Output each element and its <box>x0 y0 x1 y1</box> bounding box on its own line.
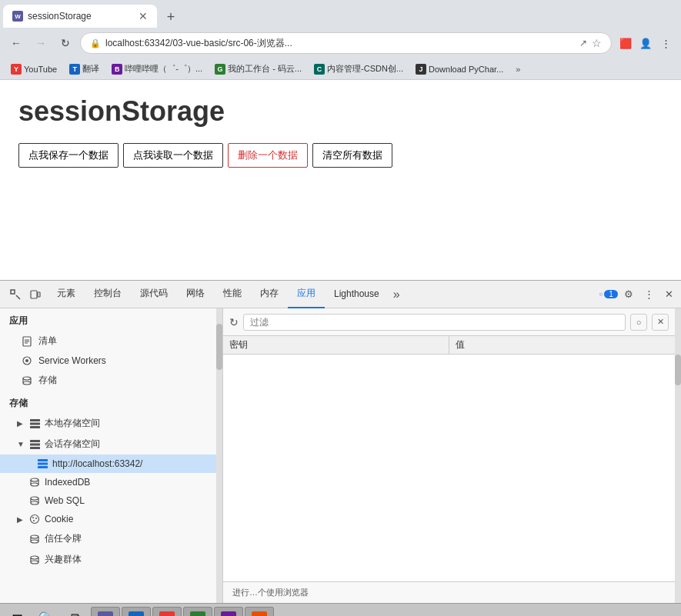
page-buttons: 点我保存一个数据 点我读取一个数据 删除一个数据 清空所有数据 <box>18 143 663 168</box>
tab-application[interactable]: 应用 <box>288 281 325 308</box>
back-button[interactable]: ← <box>6 33 26 53</box>
sidebar-item-local-storage[interactable]: ▶ 本地存储空间 <box>0 413 222 434</box>
taskbar-app-extra2[interactable]: B <box>245 607 274 617</box>
chat-icon[interactable]: 1 <box>599 285 618 304</box>
tab-elements[interactable]: 元素 <box>48 281 85 308</box>
svg-point-37 <box>31 535 38 538</box>
active-tab[interactable]: W sessionStorage ✕ <box>3 5 157 28</box>
content-scrollbar[interactable] <box>675 308 681 603</box>
tab-close-button[interactable]: ✕ <box>139 10 148 22</box>
taskbar-app-extra[interactable]: A <box>214 607 243 617</box>
task-view-icon[interactable]: ⧉ <box>62 605 89 617</box>
filter-input[interactable] <box>243 314 626 331</box>
sidebar-item-session-storage-url[interactable]: ▶ http://localhost:63342/ <box>0 455 222 473</box>
save-data-button[interactable]: 点我保存一个数据 <box>18 143 119 168</box>
sidebar-item-service-workers[interactable]: Service Workers <box>0 351 222 370</box>
tab-network[interactable]: 网络 <box>177 281 214 308</box>
windows-start-icon[interactable]: ⊞ <box>3 605 31 617</box>
bookmark-item[interactable]: C 内容管理-CSDN创... <box>309 62 408 76</box>
new-tab-button[interactable]: + <box>160 6 182 28</box>
sidebar-item-storage[interactable]: 存储 <box>0 370 222 391</box>
taskbar-app-ws[interactable]: W <box>91 607 120 617</box>
bookmark-favicon: T <box>69 64 80 75</box>
delete-data-button[interactable]: 删除一个数据 <box>228 143 308 168</box>
more-bookmarks-button[interactable]: » <box>512 63 523 75</box>
sidebar-item-web-sql[interactable]: ▶ Web SQL <box>0 491 222 510</box>
address-bar[interactable]: 🔒 localhost:63342/03-vue-basic/src-06-浏览… <box>80 32 612 54</box>
sidebar-item-session-storage[interactable]: ▼ 会话存储空间 <box>0 434 222 455</box>
devtools-right-controls: 1 ⚙ ⋮ ✕ <box>599 285 678 304</box>
svg-point-36 <box>33 520 35 521</box>
bookmark-label: Download PyChar... <box>429 65 503 74</box>
tab-memory[interactable]: 内存 <box>251 281 288 308</box>
svg-rect-2 <box>31 291 37 298</box>
tab-sources[interactable]: 源代码 <box>131 281 177 308</box>
filter-close-icon[interactable]: ✕ <box>652 314 669 331</box>
settings-icon[interactable]: ⚙ <box>619 285 638 304</box>
web-sql-label: Web SQL <box>45 495 85 506</box>
bookmark-favicon: B <box>112 64 122 75</box>
sidebar-item-cookie[interactable]: ▶ Cookie <box>0 510 222 528</box>
taskbar-app-py[interactable]: Py <box>183 607 212 617</box>
tab-console[interactable]: 控制台 <box>85 281 131 308</box>
svg-point-11 <box>25 359 28 362</box>
devtools-more-icon[interactable]: ⋮ <box>639 285 658 304</box>
more-tabs-button[interactable]: » <box>389 288 405 301</box>
page-title: sessionStorage <box>18 95 663 128</box>
devtools-tabs: 元素 控制台 源代码 网络 性能 内存 应用 Lighthouse » <box>48 281 599 308</box>
session-storage-label: 会话存储空间 <box>45 438 100 451</box>
sidebar-scrollbar[interactable] <box>216 308 222 603</box>
bookmark-star-icon[interactable]: ☆ <box>592 37 602 49</box>
menu-icon[interactable]: ⋮ <box>656 34 675 52</box>
sidebar-item-manifest[interactable]: 清单 <box>0 331 222 351</box>
filter-clear-icon[interactable]: ○ <box>630 314 647 331</box>
bookmark-favicon: J <box>416 64 426 75</box>
expand-arrow-icon: ▶ <box>17 419 25 428</box>
manifest-label: 清单 <box>38 335 57 348</box>
sidebar-item-interest-groups[interactable]: ▶ 兴趣群体 <box>0 549 222 570</box>
local-storage-icon <box>29 418 40 429</box>
svg-rect-19 <box>30 440 40 442</box>
taskbar-app-browser[interactable]: IE <box>122 607 151 617</box>
sidebar-item-indexeddb[interactable]: ▶ IndexedDB <box>0 473 222 491</box>
reload-button[interactable]: ↻ <box>55 33 75 53</box>
storage-icon <box>22 375 32 386</box>
clear-data-button[interactable]: 清空所有数据 <box>312 143 392 168</box>
bookmark-favicon: Y <box>11 64 22 75</box>
service-workers-icon <box>22 355 32 366</box>
bookmark-item[interactable]: Y YouTube <box>6 62 62 76</box>
search-icon[interactable]: 🔍 <box>32 605 60 617</box>
inspect-element-icon[interactable] <box>6 285 25 304</box>
devtools-sidebar: 应用 清单 Service Workers <box>0 308 223 603</box>
cookie-icon <box>29 514 40 524</box>
sidebar-item-trust-tokens[interactable]: ▶ 信任令牌 <box>0 528 222 549</box>
expand-arrow-icon: ▼ <box>17 440 25 448</box>
extensions-icon[interactable]: 🟥 <box>616 34 635 52</box>
session-storage-url-label: http://localhost:63342/ <box>52 458 142 469</box>
bookmark-item[interactable]: T 翻译 <box>65 62 104 76</box>
browser-chrome: W sessionStorage ✕ + ← → ↻ 🔒 localhost:6… <box>0 0 681 80</box>
tab-performance[interactable]: 性能 <box>214 281 251 308</box>
device-toolbar-icon[interactable] <box>26 285 45 304</box>
bookmark-item[interactable]: J Download PyChar... <box>411 62 508 76</box>
bookmark-item[interactable]: G 我的工作台 - 码云... <box>210 62 306 76</box>
devtools-panel: 元素 控制台 源代码 网络 性能 内存 应用 Lighthouse » 1 ⚙ … <box>0 280 681 603</box>
taskbar-app-yt[interactable]: Y <box>152 607 182 617</box>
refresh-icon[interactable]: ↻ <box>229 316 239 328</box>
close-devtools-icon[interactable]: ✕ <box>659 285 678 304</box>
content-scrollbar-thumb <box>675 355 681 385</box>
forward-button[interactable]: → <box>31 33 51 53</box>
sidebar-scroll[interactable]: 应用 清单 Service Workers <box>0 308 222 603</box>
svg-point-40 <box>31 540 38 543</box>
table-body[interactable] <box>223 355 675 581</box>
svg-point-33 <box>31 515 39 524</box>
cookie-label: Cookie <box>45 514 73 524</box>
service-workers-label: Service Workers <box>38 355 106 366</box>
tab-lighthouse[interactable]: Lighthouse <box>325 281 389 308</box>
devtools-header: 元素 控制台 源代码 网络 性能 内存 应用 Lighthouse » 1 ⚙ … <box>0 281 681 308</box>
bookmark-item[interactable]: B 哔哩哔哩（゜-゜）... <box>107 62 207 76</box>
address-bar-row: ← → ↻ 🔒 localhost:63342/03-vue-basic/src… <box>0 28 681 58</box>
read-data-button[interactable]: 点我读取一个数据 <box>123 143 223 168</box>
profile-icon[interactable]: 👤 <box>636 34 655 52</box>
url-text: localhost:63342/03-vue-basic/src-06-浏览器.… <box>105 37 575 50</box>
